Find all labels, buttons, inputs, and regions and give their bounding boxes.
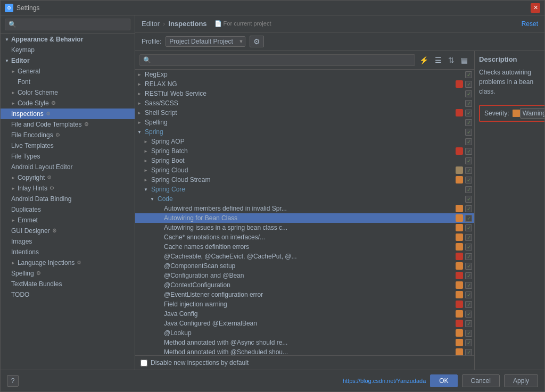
list-item[interactable]: Method annotated with @Scheduled shou...: [135, 347, 474, 355]
sidebar-item-general[interactable]: ► General: [1, 66, 135, 77]
check-icon[interactable]: [465, 196, 472, 203]
list-item[interactable]: Cache names definition errors: [135, 242, 474, 252]
list-item[interactable]: ► RegExp: [135, 70, 474, 79]
check-icon[interactable]: [465, 81, 472, 88]
check-icon[interactable]: [465, 148, 472, 155]
list-item[interactable]: ► Spring Boot: [135, 156, 474, 165]
list-item[interactable]: ▼ Code: [135, 194, 474, 204]
check-icon[interactable]: [465, 301, 472, 308]
sidebar-item-inspections[interactable]: Inspections ⚙: [1, 109, 135, 119]
check-icon[interactable]: [465, 263, 472, 270]
filter-button[interactable]: ⚡: [417, 55, 431, 65]
collapse-button[interactable]: ⇅: [446, 55, 457, 65]
sidebar-item-inlay-hints[interactable]: ► Inlay Hints ⚙: [1, 183, 135, 194]
check-icon[interactable]: [465, 253, 472, 260]
disable-inspections-checkbox[interactable]: [141, 360, 147, 366]
check-icon[interactable]: [465, 167, 472, 174]
list-item[interactable]: Field injection warning: [135, 299, 474, 309]
check-icon[interactable]: [465, 186, 472, 193]
list-item[interactable]: ► RELAX NG: [135, 79, 474, 89]
sidebar-item-textmate[interactable]: TextMate Bundles: [1, 279, 135, 289]
check-icon[interactable]: [465, 330, 472, 337]
check-icon[interactable]: [465, 272, 472, 279]
check-icon[interactable]: [465, 339, 472, 346]
group-button[interactable]: ▤: [459, 55, 470, 65]
check-icon[interactable]: [465, 129, 472, 136]
sidebar-item-keymap[interactable]: Keymap: [1, 45, 135, 55]
check-icon[interactable]: [465, 100, 472, 107]
list-item[interactable]: @Cacheable, @CacheEvict, @CachePut, @...: [135, 252, 474, 261]
list-item[interactable]: Method annotated with @Async should re..…: [135, 338, 474, 347]
list-item[interactable]: @ComponentScan setup: [135, 261, 474, 271]
list-item[interactable]: Cache* annotations on interfaces/...: [135, 232, 474, 242]
check-icon[interactable]: [465, 205, 472, 212]
sidebar-item-file-types[interactable]: File Types: [1, 151, 135, 162]
sidebar-item-gui-designer[interactable]: GUI Designer ⚙: [1, 226, 135, 236]
list-item[interactable]: ▼ Spring: [135, 127, 474, 137]
check-icon[interactable]: [465, 110, 472, 116]
close-button[interactable]: ✕: [531, 3, 540, 13]
list-item[interactable]: @Configuration and @Bean: [135, 271, 474, 280]
check-icon[interactable]: [465, 291, 472, 298]
reset-button[interactable]: Reset: [522, 20, 538, 28]
apply-button[interactable]: Apply: [504, 374, 538, 387]
sidebar-item-font[interactable]: Font: [1, 77, 135, 87]
check-icon[interactable]: [465, 177, 472, 184]
sidebar-item-code-style[interactable]: ► Code Style ⚙: [1, 98, 135, 109]
sidebar-item-android-layout[interactable]: Android Layout Editor: [1, 162, 135, 172]
check-icon[interactable]: [465, 215, 472, 222]
check-icon[interactable]: [465, 157, 472, 164]
check-icon[interactable]: [465, 244, 472, 251]
severity-select[interactable]: Warning Error Weak Warning Information: [520, 108, 544, 119]
sidebar-item-android-binding[interactable]: Android Data Binding: [1, 194, 135, 204]
list-item[interactable]: Java Config: [135, 309, 474, 319]
sidebar-item-file-encodings[interactable]: File Encodings ⚙: [1, 130, 135, 140]
list-item[interactable]: ► Spelling: [135, 118, 474, 127]
sidebar-item-color-scheme[interactable]: ► Color Scheme: [1, 87, 135, 98]
ok-button[interactable]: OK: [430, 374, 457, 387]
check-icon[interactable]: [465, 138, 472, 145]
list-item[interactable]: ► Spring Batch: [135, 146, 474, 156]
sidebar-item-live-templates[interactable]: Live Templates: [1, 140, 135, 151]
list-item[interactable]: ▼ Spring Core: [135, 185, 474, 194]
sidebar-item-intentions[interactable]: Intentions: [1, 247, 135, 257]
list-item[interactable]: ► RESTful Web Service: [135, 89, 474, 98]
check-icon[interactable]: [465, 224, 472, 231]
list-item[interactable]: ► Sass/SCSS: [135, 98, 474, 108]
check-icon[interactable]: [465, 282, 472, 289]
sidebar-item-copyright[interactable]: ► Copyright ⚙: [1, 172, 135, 183]
list-item[interactable]: Autowired members defined in invalid Spr…: [135, 204, 474, 213]
expand-button[interactable]: ☰: [433, 55, 444, 65]
check-icon[interactable]: [465, 71, 472, 78]
list-item[interactable]: ► Spring AOP: [135, 137, 474, 146]
sidebar-item-appearance[interactable]: ▼ Appearance & Behavior: [1, 34, 135, 45]
sidebar-item-file-templates[interactable]: File and Code Templates ⚙: [1, 119, 135, 130]
check-icon[interactable]: [465, 234, 472, 241]
sidebar-search-input[interactable]: [5, 19, 130, 30]
help-button[interactable]: ?: [7, 375, 19, 387]
sidebar-item-images[interactable]: Images: [1, 236, 135, 247]
list-item[interactable]: ► Shell Script: [135, 108, 474, 118]
list-item[interactable]: Autowiring for Bean Class: [135, 213, 474, 223]
sidebar-item-editor[interactable]: ▼ Editor: [1, 55, 135, 66]
sidebar-item-spelling[interactable]: Spelling ⚙: [1, 268, 135, 279]
check-icon[interactable]: [465, 320, 472, 327]
list-item[interactable]: Autowiring issues in a spring bean class…: [135, 223, 474, 232]
check-icon[interactable]: [465, 90, 472, 97]
list-item[interactable]: @Lookup: [135, 328, 474, 338]
list-item[interactable]: Java Configured @ExternalBean: [135, 319, 474, 328]
sidebar-item-lang-injections[interactable]: ► Language Injections ⚙: [1, 257, 135, 268]
list-item[interactable]: @ContextConfiguration: [135, 280, 474, 290]
list-item[interactable]: @EventListener configuration error: [135, 290, 474, 299]
check-icon[interactable]: [465, 119, 472, 126]
list-item[interactable]: ► Spring Cloud: [135, 165, 474, 175]
cancel-button[interactable]: Cancel: [462, 374, 500, 387]
sidebar-item-todo[interactable]: TODO: [1, 289, 135, 300]
sidebar-item-emmet[interactable]: ► Emmet: [1, 215, 135, 226]
check-icon[interactable]: [465, 311, 472, 318]
list-item[interactable]: ► Spring Cloud Stream: [135, 175, 474, 185]
check-icon[interactable]: [465, 349, 472, 356]
inspections-search-input[interactable]: [139, 54, 415, 66]
sidebar-item-duplicates[interactable]: Duplicates: [1, 204, 135, 215]
profile-settings-button[interactable]: ⚙: [250, 36, 264, 47]
